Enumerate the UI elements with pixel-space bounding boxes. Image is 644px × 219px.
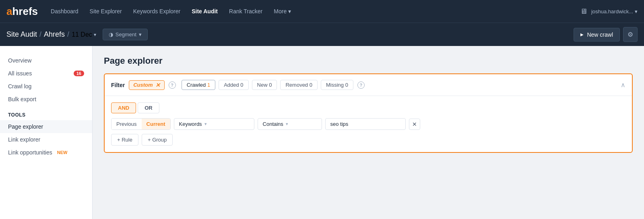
nav-more[interactable]: More ▾ [269,6,296,17]
filter-label: Filter [111,82,125,88]
filter-body: AND OR Previous Current Keywords ▾ Conta… [105,96,632,152]
filter-custom-tag: Custom ✕ [129,80,164,90]
filter-condition-row: Previous Current Keywords ▾ Contains ▾ ✕ [111,118,625,130]
contains-select[interactable]: Contains ▾ [258,118,322,130]
breadcrumb-bar: Site Audit / Ahrefs / 11 Dec ▾ ◑ Segment… [0,23,644,46]
add-group-button[interactable]: + Group [142,134,173,146]
play-icon: ▶ [580,32,584,37]
logo[interactable]: ahrefs [6,6,38,17]
filter-header: Filter Custom ✕ ? Crawled 1 Added 0 New … [105,74,632,96]
link-opportunities-new-badge: NEW [57,150,68,155]
chip-added[interactable]: Added 0 [219,80,248,90]
chips-help-icon[interactable]: ? [357,81,365,89]
filter-box: Filter Custom ✕ ? Crawled 1 Added 0 New … [104,73,633,153]
keywords-caret-icon: ▾ [204,121,207,127]
tools-section-title: Tools [0,106,92,120]
breadcrumb-ahrefs[interactable]: Ahrefs [44,30,65,39]
sidebar-item-crawl-log[interactable]: Crawl log [0,80,92,93]
breadcrumb-date[interactable]: 11 Dec ▾ [72,31,96,38]
chip-new[interactable]: New 0 [252,80,277,90]
nav-rank-tracker[interactable]: Rank Tracker [224,6,267,17]
new-crawl-button[interactable]: ▶ New crawl [574,28,620,42]
top-nav: ahrefs Dashboard Site Explorer Keywords … [0,0,644,23]
breadcrumb-right: ▶ New crawl ⚙ [574,27,638,42]
chip-missing[interactable]: Missing 0 [321,80,353,90]
current-button[interactable]: Current [142,119,170,129]
contains-caret-icon: ▾ [286,121,288,127]
main-layout: Overview All issues 16 Crawl log Bulk ex… [0,46,644,219]
all-issues-badge: 16 [74,71,84,76]
sidebar-item-link-opportunities[interactable]: Link opportunities NEW [0,146,92,159]
nav-links: Dashboard Site Explorer Keywords Explore… [46,6,577,17]
filter-help-icon[interactable]: ? [169,81,176,89]
breadcrumb-sep-2: / [67,30,69,39]
sidebar-item-page-explorer[interactable]: Page explorer [0,120,92,133]
add-rule-button[interactable]: + Rule [111,134,138,146]
previous-button[interactable]: Previous [111,119,142,129]
user-caret-icon: ▾ [635,8,638,15]
breadcrumb-site-audit[interactable]: Site Audit [6,30,37,39]
segment-caret-icon: ▾ [139,31,142,38]
more-caret-icon: ▾ [288,8,291,15]
filter-custom-close[interactable]: ✕ [155,82,160,88]
sidebar-item-link-explorer[interactable]: Link explorer [0,133,92,146]
breadcrumb: Site Audit / Ahrefs / 11 Dec ▾ [6,30,96,39]
filter-chips: Crawled 1 Added 0 New 0 Removed 0 Missin… [182,80,353,90]
sidebar-item-bulk-export[interactable]: Bulk export [0,93,92,106]
monitor-icon[interactable]: 🖥 [580,7,587,16]
nav-site-explorer[interactable]: Site Explorer [85,6,127,17]
chip-removed[interactable]: Removed 0 [280,80,317,90]
gear-icon: ⚙ [627,31,633,38]
add-row: + Rule + Group [111,134,625,146]
user-menu[interactable]: joshua.hardwick... ▾ [591,8,638,15]
nav-right: 🖥 joshua.hardwick... ▾ [580,7,638,16]
date-caret-icon: ▾ [94,32,96,38]
nav-keywords-explorer[interactable]: Keywords Explorer [128,6,186,17]
remove-condition-button[interactable]: ✕ [409,119,420,130]
settings-button[interactable]: ⚙ [623,27,638,42]
nav-site-audit[interactable]: Site Audit [187,6,223,17]
and-button[interactable]: AND [111,102,136,113]
page-title: Page explorer [104,56,633,66]
segment-pie-icon: ◑ [109,31,113,38]
prev-curr-toggle: Previous Current [111,118,171,130]
filter-collapse-button[interactable]: ∧ [621,81,625,89]
sidebar-item-overview[interactable]: Overview [0,54,92,67]
or-button[interactable]: OR [138,102,159,113]
filter-value-input[interactable] [325,118,406,130]
and-or-row: AND OR [111,102,625,113]
nav-dashboard[interactable]: Dashboard [46,6,83,17]
sidebar: Overview All issues 16 Crawl log Bulk ex… [0,46,93,219]
chip-crawled[interactable]: Crawled 1 [182,80,216,90]
breadcrumb-sep-1: / [39,30,41,39]
main-content: Page explorer Filter Custom ✕ ? Crawled … [93,46,644,219]
keywords-select[interactable]: Keywords ▾ [174,118,254,130]
segment-button[interactable]: ◑ Segment ▾ [103,29,148,40]
remove-icon: ✕ [412,121,417,127]
sidebar-item-all-issues[interactable]: All issues 16 [0,67,92,80]
logo-text: ahrefs [6,6,38,17]
